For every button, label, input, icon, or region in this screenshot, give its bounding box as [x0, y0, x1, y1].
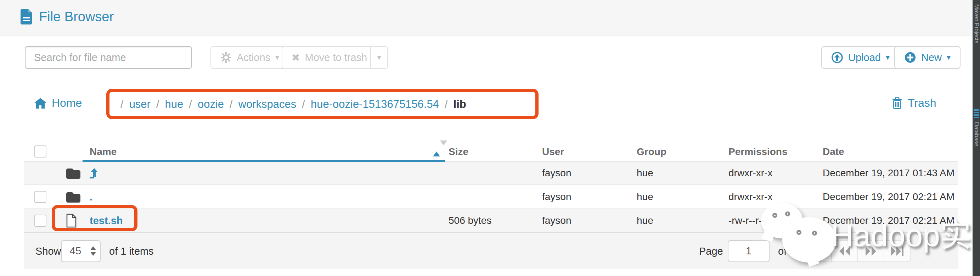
cell-date: December 19, 2017 02:21 AM	[822, 191, 955, 203]
trash-icon	[891, 97, 903, 110]
upload-button-label: Upload	[848, 52, 881, 64]
ide-tool-window-strip: Maven Projects Database	[972, 0, 980, 276]
column-header-date[interactable]: Date	[822, 146, 844, 158]
cell-group: hue	[637, 215, 653, 227]
row-checkbox[interactable]	[34, 191, 46, 203]
cell-date: December 19, 2017 02:21 AM	[822, 215, 955, 227]
show-label: Show	[35, 245, 61, 257]
new-button[interactable]: New ▾	[894, 46, 961, 69]
breadcrumb-annotation-box	[106, 89, 539, 119]
chevron-down-icon: ▾	[377, 54, 381, 61]
page-of-label: of 1	[778, 245, 795, 257]
cell-size: 506 bytes	[449, 215, 492, 227]
column-header-permissions[interactable]: Permissions	[729, 146, 788, 158]
level-up-arrow-icon	[90, 168, 99, 179]
upload-circle-icon	[831, 51, 843, 64]
chevron-down-icon: ▾	[886, 54, 890, 61]
previous-page-icon	[838, 246, 851, 257]
table-header-row: Name Size User Group Permissions Date	[24, 142, 958, 162]
breadcrumb-home-link[interactable]: Home	[34, 96, 82, 110]
cell-permissions: drwxr-xr-x	[729, 168, 772, 179]
database-tab[interactable]: Database	[973, 122, 980, 147]
table-row-current-dir[interactable]: . fayson hue drwxr-xr-x December 19, 201…	[24, 185, 958, 209]
cell-group: hue	[637, 191, 653, 203]
spinner-arrows-icon[interactable]	[89, 246, 100, 256]
cell-user: fayson	[542, 168, 571, 179]
first-page-button[interactable]	[805, 240, 832, 262]
actions-button-label: Actions	[237, 52, 270, 64]
file-browser-icon	[20, 8, 33, 25]
first-page-icon	[811, 246, 826, 257]
search-input[interactable]	[25, 46, 192, 69]
column-header-name[interactable]: Name	[90, 146, 116, 158]
page-size-value: 45	[62, 245, 89, 257]
next-page-button[interactable]	[858, 240, 885, 262]
folder-icon	[65, 167, 80, 179]
table-row-test-sh[interactable]: test.sh 506 bytes fayson hue -rw-r--r-- …	[24, 209, 958, 232]
cell-date: December 19, 2017 01:43 AM	[822, 168, 955, 179]
select-all-checkbox[interactable]	[34, 145, 46, 158]
table-row-parent-dir[interactable]: fayson hue drwxr-xr-x December 19, 2017 …	[24, 162, 958, 185]
cell-permissions: drwxr-xr-x	[729, 191, 772, 203]
trash-link-label: Trash	[908, 96, 936, 110]
plus-circle-icon	[904, 51, 916, 64]
column-header-user[interactable]: User	[542, 146, 564, 158]
home-link-label: Home	[52, 96, 82, 110]
column-header-size[interactable]: Size	[449, 146, 468, 158]
previous-page-button[interactable]	[831, 240, 858, 262]
sort-icon[interactable]	[433, 145, 441, 152]
test-sh-annotation-box	[52, 205, 137, 231]
maven-projects-tab[interactable]: Maven Projects	[973, 4, 980, 43]
new-button-label: New	[921, 52, 942, 64]
upload-button[interactable]: Upload ▾	[821, 46, 900, 69]
cell-group: hue	[637, 168, 653, 179]
cell-permissions: -rw-r--r--	[729, 215, 765, 227]
move-to-trash-dropdown-button[interactable]: ▾	[370, 46, 388, 69]
row-checkbox[interactable]	[34, 215, 46, 227]
parent-directory-link[interactable]	[90, 168, 99, 179]
page-title-text: File Browser	[39, 9, 114, 24]
page-title: File Browser	[20, 8, 114, 25]
cell-user: fayson	[542, 215, 571, 227]
column-header-group[interactable]: Group	[637, 146, 667, 158]
x-icon: ✖	[291, 52, 300, 64]
page-size-spinner[interactable]: 45	[61, 240, 100, 262]
page-label: Page	[699, 245, 723, 257]
items-count-label: of 1 items	[109, 245, 154, 257]
cell-user: fayson	[542, 191, 571, 203]
gear-icon	[220, 52, 232, 63]
directory-link[interactable]: .	[90, 191, 92, 203]
last-page-icon	[890, 246, 905, 257]
chevron-down-icon: ▾	[947, 54, 951, 61]
actions-button[interactable]: Actions ▾	[210, 46, 289, 69]
trash-link[interactable]: Trash	[891, 96, 936, 110]
last-page-button[interactable]	[884, 240, 910, 262]
page-number-input[interactable]	[728, 240, 770, 262]
home-icon	[34, 97, 47, 109]
pagination-controls	[805, 240, 910, 262]
folder-icon	[65, 191, 80, 203]
next-page-icon	[864, 246, 877, 257]
database-icon	[974, 109, 979, 118]
chevron-down-icon: ▾	[275, 54, 279, 61]
move-to-trash-label: Move to trash	[305, 52, 367, 64]
app-header: File Browser	[0, 0, 972, 35]
table-footer: Show 45 of 1 items Page of 1	[24, 232, 958, 269]
move-to-trash-button[interactable]: ✖ Move to trash	[282, 46, 371, 69]
